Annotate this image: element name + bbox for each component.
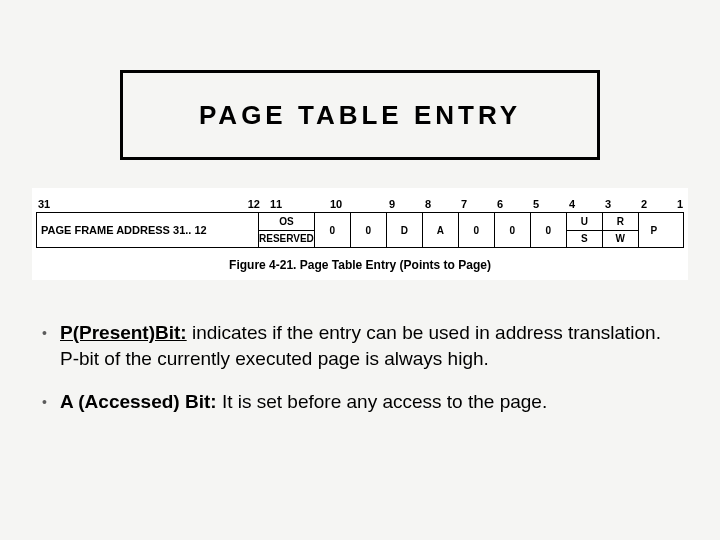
field-bit0-p: P	[639, 213, 669, 247]
bullet-accessed-label: A (Accessed) Bit:	[60, 391, 217, 412]
bit-label-0: 0	[698, 198, 720, 210]
field-bit2-us: U S	[567, 213, 603, 247]
field-bit3: 0	[531, 213, 567, 247]
pte-figure: 31 12 11 10 9 8 7 6 5 4 3 2 1 0 PAGE FRA…	[32, 188, 688, 280]
bit-label-11: 11	[264, 198, 330, 210]
bit-label-7: 7	[446, 198, 482, 210]
bit-label-1: 1	[662, 198, 698, 210]
bit-label-10: 10	[330, 198, 374, 210]
bit-label-6: 6	[482, 198, 518, 210]
bullet-list: • P(Present)Bit: indicates if the entry …	[42, 320, 682, 433]
bit-label-8: 8	[410, 198, 446, 210]
bit-label-9: 9	[374, 198, 410, 210]
bit-label-5: 5	[518, 198, 554, 210]
bullet-accessed-body: It is set before any access to the page.	[217, 391, 548, 412]
bullet-present-label: P(Present)Bit:	[60, 322, 187, 343]
field-bit5: 0	[459, 213, 495, 247]
field-bit1-r: R	[603, 213, 638, 231]
page-title: PAGE TABLE ENTRY	[199, 100, 521, 131]
bit-label-12: 12	[238, 198, 264, 210]
field-bit8: 0	[351, 213, 387, 247]
bullet-present: • P(Present)Bit: indicates if the entry …	[42, 320, 682, 371]
figure-caption: Figure 4-21. Page Table Entry (Points to…	[36, 258, 684, 272]
bullet-accessed-text: A (Accessed) Bit: It is set before any a…	[60, 389, 547, 415]
bullet-dot-icon: •	[42, 389, 60, 415]
bit-label-4: 4	[554, 198, 590, 210]
field-bit1-w: W	[603, 231, 638, 248]
field-os-reserved: OS RESERVED	[259, 213, 315, 247]
bullet-present-text: P(Present)Bit: indicates if the entry ca…	[60, 320, 682, 371]
field-row: PAGE FRAME ADDRESS 31.. 12 OS RESERVED 0…	[36, 212, 684, 248]
field-bit7-d: D	[387, 213, 423, 247]
bullet-dot-icon: •	[42, 320, 60, 346]
field-os-top: OS	[259, 213, 314, 231]
title-box: PAGE TABLE ENTRY	[120, 70, 600, 160]
bullet-accessed: • A (Accessed) Bit: It is set before any…	[42, 389, 682, 415]
bit-label-31: 31	[36, 198, 238, 210]
field-bit2-s: S	[567, 231, 602, 248]
field-os-bot: RESERVED	[259, 231, 314, 248]
field-bit9: 0	[315, 213, 351, 247]
field-bit4: 0	[495, 213, 531, 247]
field-page-frame: PAGE FRAME ADDRESS 31.. 12	[37, 213, 259, 247]
bit-position-row: 31 12 11 10 9 8 7 6 5 4 3 2 1 0	[36, 194, 684, 210]
field-bit1-rw: R W	[603, 213, 639, 247]
field-bit2-u: U	[567, 213, 602, 231]
bit-label-3: 3	[590, 198, 626, 210]
field-bit6-a: A	[423, 213, 459, 247]
bit-label-2: 2	[626, 198, 662, 210]
